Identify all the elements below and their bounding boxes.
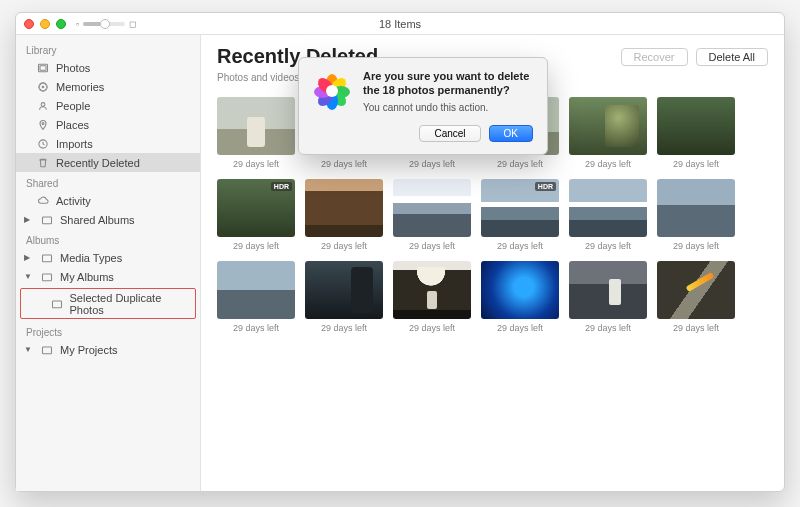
sidebar-item-selected-duplicate-photos[interactable]: Selected Duplicate Photos — [21, 289, 195, 318]
sidebar-item-label: Activity — [56, 195, 91, 207]
photo-cell[interactable]: 29 days left — [305, 261, 383, 333]
zoom-slider[interactable]: ▫ ◻ — [76, 19, 136, 29]
sidebar-item-imports[interactable]: Imports — [16, 134, 200, 153]
zoom-track[interactable] — [83, 22, 125, 26]
svg-rect-1 — [40, 65, 46, 70]
sidebar-item-label: My Projects — [60, 344, 117, 356]
sidebar-item-label: Places — [56, 119, 89, 131]
sidebar-section-library: Library — [16, 39, 200, 58]
dialog-title: Are you sure you want to delete the 18 p… — [363, 70, 533, 98]
confirm-dialog: Are you sure you want to delete the 18 p… — [298, 57, 548, 155]
photo-thumbnail[interactable]: HDR — [217, 179, 295, 237]
zoom-out-icon: ▫ — [76, 19, 79, 29]
ok-button[interactable]: OK — [489, 125, 533, 142]
sidebar-item-places[interactable]: Places — [16, 115, 200, 134]
photo-thumbnail[interactable] — [393, 261, 471, 319]
close-icon[interactable] — [24, 19, 34, 29]
sidebar-item-label: Shared Albums — [60, 214, 135, 226]
sidebar-item-my-projects[interactable]: ▼My Projects — [16, 340, 200, 359]
days-left-label: 29 days left — [409, 241, 455, 251]
photo-thumbnail[interactable] — [657, 261, 735, 319]
photo-cell[interactable]: 29 days left — [657, 179, 735, 251]
zoom-knob[interactable] — [100, 19, 110, 29]
trash-icon — [36, 156, 50, 170]
photo-thumbnail[interactable] — [569, 261, 647, 319]
photo-thumbnail[interactable] — [305, 261, 383, 319]
memories-icon — [36, 80, 50, 94]
days-left-label: 29 days left — [321, 159, 367, 169]
svg-rect-11 — [43, 347, 52, 354]
people-icon — [36, 99, 50, 113]
days-left-label: 29 days left — [585, 241, 631, 251]
photo-cell[interactable]: 29 days left — [569, 97, 647, 169]
photo-cell[interactable]: 29 days left — [657, 97, 735, 169]
days-left-label: 29 days left — [673, 159, 719, 169]
app-window: ▫ ◻ 18 Items Library Photos Memories Peo… — [15, 12, 785, 492]
album-icon — [40, 343, 54, 357]
sidebar-item-label: Imports — [56, 138, 93, 150]
sidebar-item-label: People — [56, 100, 90, 112]
cancel-button[interactable]: Cancel — [419, 125, 480, 142]
highlight-annotation: Selected Duplicate Photos — [20, 288, 196, 319]
photo-cell[interactable]: 29 days left — [657, 261, 735, 333]
sidebar: Library Photos Memories People Places Im… — [16, 35, 201, 491]
fullscreen-icon[interactable] — [56, 19, 66, 29]
sidebar-item-label: Media Types — [60, 252, 122, 264]
photo-thumbnail[interactable]: HDR — [481, 179, 559, 237]
photo-thumbnail[interactable] — [305, 179, 383, 237]
photo-cell[interactable]: HDR29 days left — [481, 179, 559, 251]
titlebar: ▫ ◻ 18 Items — [16, 13, 784, 35]
photo-cell[interactable]: 29 days left — [569, 179, 647, 251]
days-left-label: 29 days left — [233, 241, 279, 251]
album-icon — [51, 297, 64, 311]
sidebar-item-label: Photos — [56, 62, 90, 74]
hdr-badge: HDR — [271, 182, 292, 191]
photo-thumbnail[interactable] — [393, 179, 471, 237]
photos-icon — [36, 61, 50, 75]
photo-cell[interactable]: 29 days left — [569, 261, 647, 333]
sidebar-item-activity[interactable]: Activity — [16, 191, 200, 210]
photos-app-icon — [311, 70, 353, 112]
photo-cell[interactable]: HDR29 days left — [217, 179, 295, 251]
chevron-right-icon: ▶ — [24, 215, 34, 224]
photo-cell[interactable]: 29 days left — [393, 261, 471, 333]
chevron-right-icon: ▶ — [24, 253, 34, 262]
days-left-label: 29 days left — [497, 159, 543, 169]
photo-cell[interactable]: 29 days left — [305, 179, 383, 251]
dialog-message: You cannot undo this action. — [363, 102, 533, 113]
sidebar-item-shared-albums[interactable]: ▶Shared Albums — [16, 210, 200, 229]
sidebar-item-memories[interactable]: Memories — [16, 77, 200, 96]
recover-button[interactable]: Recover — [621, 48, 688, 66]
photo-cell[interactable]: 29 days left — [217, 97, 295, 169]
photo-thumbnail[interactable] — [481, 261, 559, 319]
sidebar-item-photos[interactable]: Photos — [16, 58, 200, 77]
sidebar-item-people[interactable]: People — [16, 96, 200, 115]
hdr-badge: HDR — [535, 182, 556, 191]
photo-thumbnail[interactable] — [569, 97, 647, 155]
minimize-icon[interactable] — [40, 19, 50, 29]
photo-cell[interactable]: 29 days left — [393, 179, 471, 251]
sidebar-item-label: Selected Duplicate Photos — [70, 292, 185, 316]
days-left-label: 29 days left — [321, 323, 367, 333]
photo-thumbnail[interactable] — [657, 97, 735, 155]
svg-rect-9 — [43, 274, 52, 281]
photo-thumbnail[interactable] — [657, 179, 735, 237]
chevron-down-icon: ▼ — [24, 272, 34, 281]
photo-thumbnail[interactable] — [217, 261, 295, 319]
days-left-label: 29 days left — [321, 241, 367, 251]
sidebar-item-my-albums[interactable]: ▼My Albums — [16, 267, 200, 286]
svg-rect-8 — [43, 255, 52, 262]
days-left-label: 29 days left — [673, 241, 719, 251]
days-left-label: 29 days left — [409, 159, 455, 169]
sidebar-item-recently-deleted[interactable]: Recently Deleted — [16, 153, 200, 172]
sidebar-item-media-types[interactable]: ▶Media Types — [16, 248, 200, 267]
photo-thumbnail[interactable] — [217, 97, 295, 155]
sidebar-item-label: My Albums — [60, 271, 114, 283]
delete-all-button[interactable]: Delete All — [696, 48, 768, 66]
photo-cell[interactable]: 29 days left — [217, 261, 295, 333]
cloud-icon — [36, 194, 50, 208]
days-left-label: 29 days left — [409, 323, 455, 333]
photo-cell[interactable]: 29 days left — [481, 261, 559, 333]
photo-thumbnail[interactable] — [569, 179, 647, 237]
window-controls — [24, 19, 66, 29]
